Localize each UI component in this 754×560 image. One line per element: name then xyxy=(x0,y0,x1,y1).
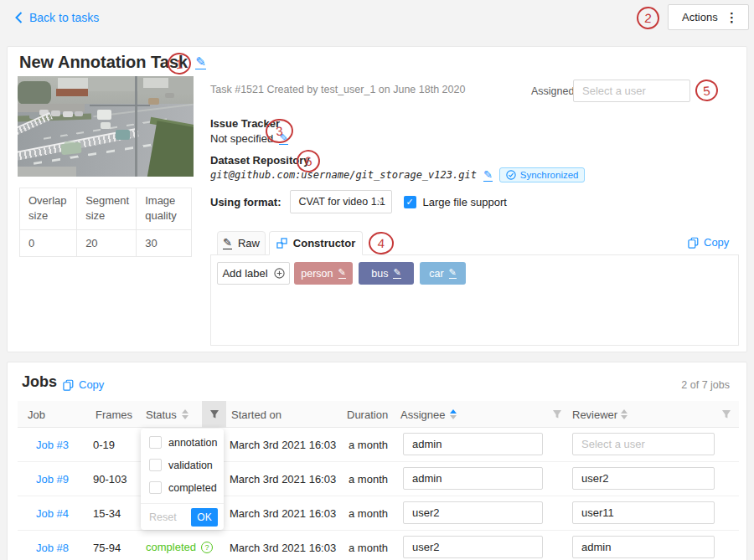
assignee-input[interactable] xyxy=(403,467,543,490)
filter-option-validation-label: validation xyxy=(168,460,213,471)
build-icon xyxy=(276,238,287,249)
raw-tab-label: Raw xyxy=(238,237,260,249)
param-header-quality: Image quality xyxy=(137,188,192,230)
job-row-8: Job #8 75-94 completed ? March 3rd 2021 … xyxy=(18,531,739,560)
checkbox-completed[interactable] xyxy=(149,481,162,494)
job-link[interactable]: Job #9 xyxy=(36,473,69,486)
edit-label-icon[interactable]: ✎ xyxy=(338,268,346,279)
assignee-input[interactable] xyxy=(403,501,543,524)
plus-circle-icon xyxy=(274,268,285,279)
task-title: New Annotation Task xyxy=(19,53,188,72)
actions-button[interactable]: Actions ⋮ xyxy=(668,4,749,30)
label-chip-car-text: car xyxy=(429,268,443,280)
status-sorter[interactable] xyxy=(182,409,188,419)
task-details-card: New Annotation Task ✎ xyxy=(7,46,747,352)
checkbox-annotation[interactable] xyxy=(149,436,162,449)
reviewer-input[interactable] xyxy=(572,433,715,455)
label-chip-person[interactable]: person ✎ xyxy=(294,262,353,285)
col-started: Started on xyxy=(231,408,281,421)
repository-url[interactable]: git@github.com:username/git_storage_v123… xyxy=(210,169,477,181)
reviewer-sorter[interactable] xyxy=(621,409,627,419)
duration-cell: a month xyxy=(349,507,388,520)
task-meta: Task #1521 Created by test_user_1 on Jun… xyxy=(210,84,465,95)
frames-cell: 90-103 xyxy=(93,473,127,486)
tab-raw[interactable]: ✎ Raw xyxy=(217,231,266,255)
edit-repository-icon[interactable]: ✎ xyxy=(483,169,493,182)
filter-option-completed-label: completed xyxy=(168,482,217,494)
tab-constructor[interactable]: Constructor xyxy=(269,231,363,255)
param-header-overlap: Overlap size xyxy=(20,188,77,230)
task-params-table: Overlap size Segment size Image quality … xyxy=(19,188,192,257)
copy-icon xyxy=(63,379,74,391)
job-row-4: Job #4 15-34 March 3rd 2021 16:03 a mont… xyxy=(18,496,739,531)
param-value-overlap: 0 xyxy=(20,230,77,257)
checkbox-validation[interactable] xyxy=(149,459,162,471)
assignee-filter-button[interactable] xyxy=(552,409,562,419)
status-filter-dropdown: annotation validation completed Reset OK xyxy=(141,429,224,530)
assignee-sorter[interactable] xyxy=(450,409,457,419)
add-label-button[interactable]: Add label xyxy=(217,262,290,285)
job-link[interactable]: Job #3 xyxy=(36,439,69,451)
started-cell: March 3rd 2021 16:03 xyxy=(230,473,336,486)
started-cell: March 3rd 2021 16:03 xyxy=(230,439,336,451)
col-duration: Duration xyxy=(347,408,388,421)
jobs-copy-button[interactable]: Copy xyxy=(63,378,104,391)
col-frames: Frames xyxy=(96,408,132,421)
preview-scene xyxy=(18,76,194,177)
filter-option-completed[interactable]: completed xyxy=(149,481,217,494)
chevron-down-icon xyxy=(377,199,385,204)
filter-option-validation[interactable]: validation xyxy=(149,459,213,471)
filter-option-annotation[interactable]: annotation xyxy=(149,436,217,449)
duration-cell: a month xyxy=(349,439,388,451)
filter-reset-button[interactable]: Reset xyxy=(149,511,177,523)
ellipsis-vertical-icon: ⋮ xyxy=(726,10,738,25)
frames-cell: 15-34 xyxy=(93,507,121,520)
started-cell: March 3rd 2021 16:03 xyxy=(230,542,336,554)
frames-cell: 75-94 xyxy=(93,542,121,554)
status-completed-label: completed xyxy=(146,541,196,553)
status-filter-button[interactable] xyxy=(202,401,226,428)
edit-label-icon[interactable]: ✎ xyxy=(393,268,400,279)
label-chip-bus[interactable]: bus ✎ xyxy=(359,262,414,285)
question-circle-icon[interactable]: ? xyxy=(201,542,213,553)
task-preview-image xyxy=(18,76,194,177)
labels-copy-button[interactable]: Copy xyxy=(688,236,729,249)
cvat-task-page: Back to tasks Actions ⋮ New Annotation T… xyxy=(0,0,754,560)
frames-cell: 0-19 xyxy=(93,439,115,451)
filter-icon xyxy=(209,409,219,419)
filter-ok-button[interactable]: OK xyxy=(191,508,218,527)
label-chip-bus-text: bus xyxy=(371,268,388,280)
issue-tracker-value: Not specified xyxy=(210,132,273,145)
back-to-tasks-link[interactable]: Back to tasks xyxy=(15,11,99,24)
add-label-text: Add label xyxy=(222,267,267,280)
sync-status-tag[interactable]: Synchronized xyxy=(499,167,586,182)
job-link[interactable]: Job #4 xyxy=(36,507,69,520)
col-reviewer: Reviewer xyxy=(572,408,617,421)
jobs-copy-label: Copy xyxy=(79,378,104,391)
reviewer-input[interactable] xyxy=(572,501,715,524)
jobs-count: 2 of 7 jobs xyxy=(681,379,730,391)
label-chip-car[interactable]: car ✎ xyxy=(420,262,466,285)
assigned-to-input[interactable] xyxy=(573,80,690,102)
using-format-label: Using format: xyxy=(210,196,281,208)
actions-label: Actions xyxy=(682,11,718,23)
jobs-table-header: Job Frames Status Started on Duration As… xyxy=(18,401,739,428)
edit-label-icon[interactable]: ✎ xyxy=(449,268,457,279)
label-chip-person-text: person xyxy=(301,268,333,280)
back-to-tasks-label: Back to tasks xyxy=(29,11,99,24)
job-link[interactable]: Job #8 xyxy=(36,542,69,554)
edit-title-icon[interactable]: ✎ xyxy=(195,55,206,69)
labels-copy-label: Copy xyxy=(704,236,729,249)
filter-icon xyxy=(552,409,562,419)
reviewer-input[interactable] xyxy=(572,467,715,490)
assignee-input[interactable] xyxy=(403,433,543,455)
reviewer-input[interactable] xyxy=(572,536,715,558)
param-header-segment: Segment size xyxy=(77,188,137,230)
reviewer-filter-button[interactable] xyxy=(721,409,731,419)
large-file-checkbox[interactable]: ✓ xyxy=(404,196,416,208)
format-select[interactable]: CVAT for video 1.1 xyxy=(290,190,392,213)
assignee-input[interactable] xyxy=(403,536,543,558)
duration-cell: a month xyxy=(349,473,388,486)
dropdown-divider xyxy=(141,503,224,504)
jobs-card: Jobs Copy 2 of 7 jobs Job Frames Status … xyxy=(7,362,747,560)
